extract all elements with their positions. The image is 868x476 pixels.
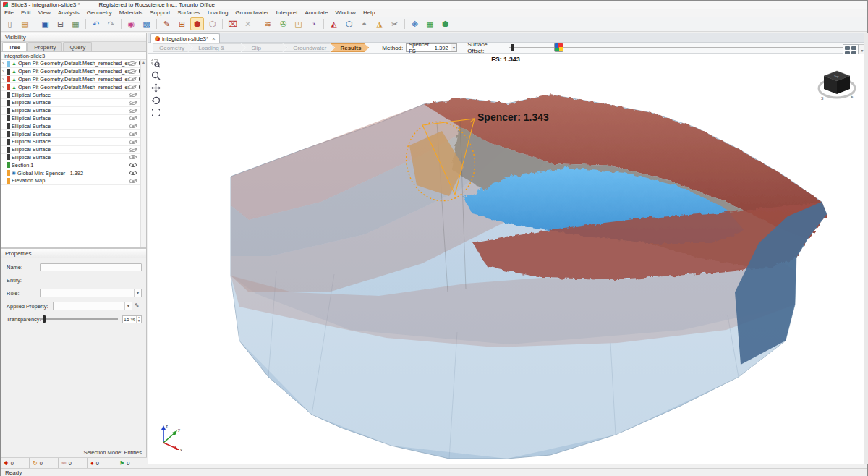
transparency-spinner[interactable]: 15 % ▲▼: [122, 315, 142, 323]
tree-row[interactable]: Elliptical Surface: [1, 138, 146, 146]
eye-hidden-icon[interactable]: [129, 85, 136, 89]
applied-property-dropdown[interactable]: ▼: [53, 302, 132, 310]
eye-hidden-icon[interactable]: [129, 124, 137, 128]
name-field[interactable]: [40, 263, 142, 271]
role-dropdown[interactable]: ▼: [40, 289, 142, 297]
close-icon[interactable]: ×: [212, 35, 216, 42]
tree-row[interactable]: Elliptical Surface: [1, 130, 146, 138]
toolbar-button-results-mesh[interactable]: ⬢: [190, 17, 204, 30]
expander-icon[interactable]: ›: [2, 69, 7, 74]
toolbar-button-iso-view[interactable]: ⬢: [438, 17, 452, 30]
tree-row[interactable]: Section 1: [1, 161, 146, 169]
visibility-tab-query[interactable]: Query: [63, 42, 92, 51]
menu-item-interpret[interactable]: Interpret: [273, 9, 302, 17]
workflow-tab-results[interactable]: Results: [330, 43, 369, 52]
3d-viewport[interactable]: FS: 1.343: [148, 54, 864, 464]
toolbar-button-selection-lock[interactable]: ⌧: [226, 17, 239, 30]
slider-thumb[interactable]: [43, 315, 46, 323]
spinner-arrows-icon[interactable]: ▲▼: [136, 316, 141, 323]
toolbar-button-edit-tool[interactable]: ✎: [160, 17, 174, 30]
tree-row[interactable]: Elliptical Surface: [1, 146, 146, 154]
eye-hidden-icon[interactable]: [129, 155, 137, 159]
tree-row[interactable]: Elliptical Surface: [1, 107, 146, 115]
expander-icon[interactable]: ›: [2, 61, 7, 66]
toolbar-button-new-file[interactable]: ▯: [3, 17, 17, 30]
toolbar-button-supports[interactable]: ✇: [276, 17, 290, 30]
tree-row[interactable]: Elliptical Surface: [1, 91, 146, 99]
tree-scrollbar[interactable]: ▲: [140, 60, 146, 247]
slider-thumb[interactable]: [511, 44, 514, 51]
toolbar-button-color-wheel[interactable]: ◉: [124, 17, 138, 30]
toolbar-button-materials[interactable]: ≋: [261, 17, 275, 30]
toolbar-button-save[interactable]: ▣: [38, 17, 52, 30]
toolbar-button-slip-surface[interactable]: ◭: [327, 17, 341, 30]
3d-model[interactable]: Spencer: 1.343: [148, 54, 864, 464]
workflow-tab-groundwater[interactable]: Groundwater: [283, 43, 334, 52]
menu-item-surfaces[interactable]: Surfaces: [174, 9, 204, 17]
tree-row[interactable]: ›▲Open Pit Geometry.Default.Mesh_remeshe…: [1, 76, 146, 84]
chevron-down-icon[interactable]: ▼: [451, 43, 458, 52]
tree-row[interactable]: Elevation Map: [1, 177, 146, 185]
tree-row[interactable]: Elliptical Surface: [1, 99, 146, 107]
eye-hidden-icon[interactable]: [129, 101, 137, 105]
eye-visible-icon[interactable]: [129, 171, 137, 175]
workflow-tab-loading-support[interactable]: Loading & Support: [188, 43, 245, 52]
toolbar-button-measure[interactable]: ✂: [388, 17, 401, 30]
eye-hidden-icon[interactable]: [129, 61, 136, 66]
eye-hidden-icon[interactable]: [129, 93, 137, 97]
toolbar-button-print[interactable]: ⊟: [54, 17, 67, 30]
surface-offset-slider[interactable]: [509, 47, 868, 48]
toolbar-button-selection-clear[interactable]: ✕: [241, 17, 255, 30]
view-cube[interactable]: Top S E: [817, 67, 856, 103]
toolbar-button-undo[interactable]: ↶: [89, 17, 103, 30]
menu-item-help[interactable]: Help: [359, 9, 378, 17]
toolbar-button-texture-library[interactable]: ▤: [18, 17, 32, 30]
toolbar-button-render-scene[interactable]: ▩: [140, 17, 153, 30]
eye-hidden-icon[interactable]: [129, 132, 137, 136]
workflow-tab-geometry[interactable]: Geometry: [153, 43, 192, 52]
toolbar-button-water-table[interactable]: ◔: [307, 17, 320, 30]
toolbar-button-redo[interactable]: ↷: [104, 17, 118, 30]
toolbar-button-terrain[interactable]: ◓: [357, 17, 371, 30]
menu-item-edit[interactable]: Edit: [17, 9, 35, 17]
transparency-slider[interactable]: [40, 318, 118, 320]
menu-item-geometry[interactable]: Geometry: [83, 9, 116, 17]
menu-item-groundwater[interactable]: Groundwater: [231, 9, 272, 17]
eye-hidden-icon[interactable]: [129, 140, 137, 144]
toolbar-button-contour-map[interactable]: ▦: [423, 17, 437, 30]
expander-icon[interactable]: ›: [2, 85, 7, 90]
tree-row[interactable]: ›▲Open Pit Geometry.Default.Mesh_remeshe…: [1, 83, 146, 91]
menu-item-analysis[interactable]: Analysis: [54, 9, 83, 17]
menu-item-materials[interactable]: Materials: [116, 9, 146, 17]
toolbar-button-export-image[interactable]: ▦: [69, 17, 82, 30]
menu-item-file[interactable]: File: [1, 9, 17, 17]
toolbar-button-hex-prism[interactable]: ⬡: [342, 17, 356, 30]
visibility-tab-tree[interactable]: Tree: [2, 42, 27, 51]
toolbar-button-wedge[interactable]: ◮: [373, 17, 386, 30]
tree-row[interactable]: Elliptical Surface: [1, 154, 146, 162]
toolbar-button-loads[interactable]: ◰: [292, 17, 305, 30]
tree-row[interactable]: ›▲Open Pit Geometry.Default.Mesh_remeshe…: [1, 60, 146, 68]
visibility-tab-property[interactable]: Property: [27, 42, 62, 51]
eye-hidden-icon[interactable]: [129, 77, 136, 81]
expander-icon[interactable]: ›: [2, 77, 7, 82]
menu-item-view[interactable]: View: [35, 9, 54, 17]
offset-compass-icon[interactable]: [554, 43, 563, 52]
toolbar-button-compute-settings[interactable]: ❋: [408, 17, 422, 30]
eye-visible-icon[interactable]: [129, 163, 137, 167]
eye-hidden-icon[interactable]: [129, 109, 137, 113]
toolbar-button-compute[interactable]: ⊞: [175, 17, 189, 30]
document-tab[interactable]: integration-slide3* ×: [150, 33, 220, 43]
tree-row[interactable]: Elliptical Surface: [1, 115, 146, 123]
menu-item-support[interactable]: Support: [146, 9, 174, 17]
tree-row[interactable]: ›▲Open Pit Geometry.Default.Mesh_remeshe…: [1, 68, 146, 76]
menu-item-loading[interactable]: Loading: [204, 9, 231, 17]
workflow-tab-slip-surfaces[interactable]: Slip Surfaces: [242, 43, 288, 52]
eye-hidden-icon[interactable]: [129, 148, 137, 152]
toolbar-button-show-exterior[interactable]: ⬡: [205, 17, 219, 30]
eye-hidden-icon[interactable]: [129, 179, 137, 183]
menu-item-window[interactable]: Window: [331, 9, 359, 17]
method-dropdown[interactable]: Spencer FS 1.392: [406, 43, 451, 52]
tree-row[interactable]: Elliptical Surface: [1, 122, 146, 130]
edit-pencil-icon[interactable]: ✎: [135, 302, 142, 310]
